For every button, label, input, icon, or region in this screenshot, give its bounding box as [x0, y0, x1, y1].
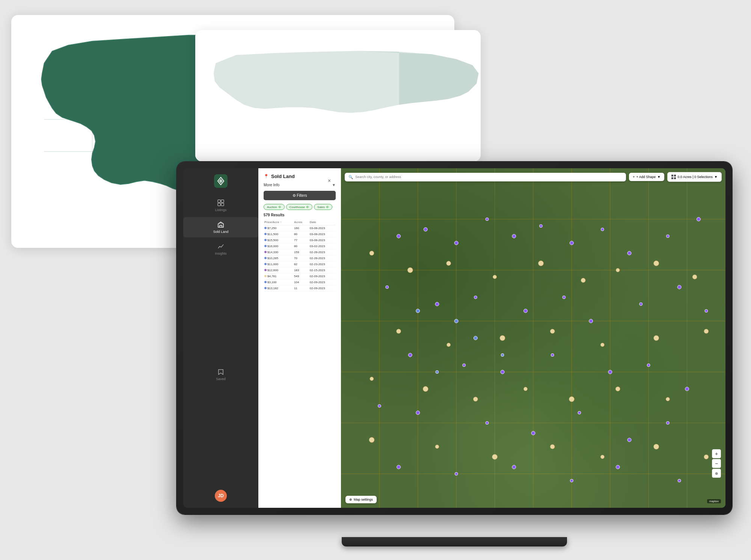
selections-arrow: ▼: [714, 175, 718, 179]
svg-rect-109: [674, 177, 676, 179]
more-info-row: More Info ▼: [264, 183, 336, 187]
date-cell: 02-23-2023: [309, 261, 336, 267]
price-cell: $11,500: [264, 231, 293, 237]
dot-indicator: [264, 257, 267, 259]
laptop-body: Listings Sold Land: [176, 162, 732, 515]
dot-indicator: [264, 263, 267, 265]
table-row[interactable]: $16,000 80 03-02-2023: [264, 243, 336, 249]
map-settings-badge[interactable]: ⊕ Map settings: [345, 496, 377, 503]
filter-tags: Auction ⊗ Courthouse ⊗ Sales ⊗: [264, 204, 336, 210]
dot-indicator: [264, 281, 267, 283]
table-row[interactable]: $4,781 549 02-09-2023: [264, 273, 336, 279]
filter-tag-sales: Sales ⊗: [314, 204, 332, 210]
avatar-initials: JD: [218, 493, 223, 498]
date-cell: 03-08-2023: [309, 225, 336, 231]
add-shape-plus: +: [633, 175, 635, 179]
sidebar-item-listings[interactable]: Listings: [183, 195, 258, 216]
dot-indicator: [264, 269, 267, 271]
date-cell: 02-15-2023: [309, 267, 336, 273]
avatar[interactable]: JD: [215, 490, 227, 502]
svg-rect-14: [218, 203, 220, 206]
date-cell: 03-08-2023: [309, 231, 336, 237]
price-cell: $11,000: [264, 261, 293, 267]
table-row[interactable]: $10,285 70 02-28-2023: [264, 255, 336, 261]
search-input[interactable]: [355, 175, 622, 179]
map-toolbar: 🔍 + + Add Shape ▼: [345, 172, 722, 182]
zoom-in-button[interactable]: +: [712, 449, 721, 458]
add-shape-arrow: ▼: [657, 175, 661, 179]
remove-courthouse-tag[interactable]: ⊗: [306, 205, 309, 209]
mapbox-attribution: mapbox: [707, 499, 721, 503]
date-cell: 02-09-2023: [309, 285, 336, 291]
detail-panel: 📍 Sold Land × More Info ▼ ⚙ Filters Auct…: [258, 168, 341, 508]
filters-button[interactable]: ⚙ Filters: [264, 191, 336, 200]
sidebar: Listings Sold Land: [183, 168, 258, 508]
dot-indicator: [264, 287, 267, 289]
table-row[interactable]: $14,330 159 02-28-2023: [264, 249, 336, 255]
price-cell: $14,330: [264, 249, 293, 255]
results-count: 579 Results: [264, 213, 336, 217]
location-button[interactable]: ⊕: [712, 469, 721, 478]
sidebar-item-saved[interactable]: Saved: [183, 364, 258, 385]
sidebar-item-sold-land[interactable]: Sold Land: [183, 217, 258, 237]
acres-cell: 549: [293, 273, 309, 279]
acres-cell: 82: [293, 261, 309, 267]
table-row[interactable]: $11,500 80 03-08-2023: [264, 231, 336, 237]
svg-rect-106: [671, 175, 673, 177]
table-row[interactable]: $7,250 160 03-08-2023: [264, 225, 336, 231]
acres-cell: 80: [293, 231, 309, 237]
search-bar[interactable]: 🔍: [345, 173, 626, 181]
selections-display[interactable]: 0.0 Acres | 0 Selections ▼: [667, 172, 722, 182]
filter-tag-auction: Auction ⊗: [264, 204, 285, 210]
auction-tag-label: Auction: [267, 205, 277, 209]
date-cell: 02-09-2023: [309, 279, 336, 285]
col-header-price[interactable]: Price/Acre ↑: [264, 219, 293, 225]
acres-cell: 77: [293, 237, 309, 243]
dot-indicator: [264, 227, 267, 229]
sidebar-item-insights[interactable]: Insights: [183, 239, 258, 259]
date-cell: 02-28-2023: [309, 255, 336, 261]
remove-sales-tag[interactable]: ⊗: [326, 205, 329, 209]
more-info-label: More Info: [264, 183, 279, 187]
detail-pin-icon: 📍: [264, 174, 269, 179]
search-icon: 🔍: [348, 175, 353, 179]
table-row[interactable]: $3,100 104 02-09-2023: [264, 279, 336, 285]
svg-rect-107: [674, 175, 676, 177]
price-cell: $4,781: [264, 273, 293, 279]
date-cell: 03-02-2023: [309, 243, 336, 249]
dot-indicator: [264, 251, 267, 253]
map-area[interactable]: 🔍 + + Add Shape ▼: [341, 168, 725, 508]
secondary-card: [195, 30, 481, 162]
dot-indicator: [264, 239, 267, 241]
app-logo[interactable]: [214, 174, 228, 188]
dot-indicator: [264, 275, 267, 277]
table-row[interactable]: $12,600 183 02-15-2023: [264, 267, 336, 273]
acres-cell: 159: [293, 249, 309, 255]
saved-icon: [217, 368, 225, 376]
laptop-screen: Listings Sold Land: [183, 168, 725, 508]
price-cell: $15,500: [264, 237, 293, 243]
remove-auction-tag[interactable]: ⊗: [278, 205, 281, 209]
saved-label: Saved: [216, 377, 226, 381]
price-cell: $3,100: [264, 279, 293, 285]
col-header-acres[interactable]: Acres: [293, 219, 309, 225]
table-row[interactable]: $11,000 82 02-23-2023: [264, 261, 336, 267]
col-header-date[interactable]: Date: [309, 219, 336, 225]
map-settings-label: Map settings: [354, 498, 373, 501]
acres-cell: 70: [293, 255, 309, 261]
table-row[interactable]: $15,500 77 03-08-2023: [264, 237, 336, 243]
map-controls: + − ⊕: [712, 449, 721, 478]
table-row[interactable]: $13,182 11 02-09-2023: [264, 285, 336, 291]
date-cell: 02-28-2023: [309, 249, 336, 255]
svg-rect-12: [218, 200, 220, 202]
price-cell: $7,250: [264, 225, 293, 231]
sold-land-label: Sold Land: [213, 230, 229, 234]
grid-icon: [671, 175, 676, 179]
listings-icon: [217, 199, 225, 207]
insights-icon: [217, 243, 225, 250]
courthouse-tag-label: Courthouse: [290, 205, 305, 209]
zoom-out-button[interactable]: −: [712, 459, 721, 468]
acres-cell: 11: [293, 285, 309, 291]
close-button[interactable]: ×: [326, 177, 333, 184]
add-shape-button[interactable]: + + Add Shape ▼: [629, 173, 664, 181]
